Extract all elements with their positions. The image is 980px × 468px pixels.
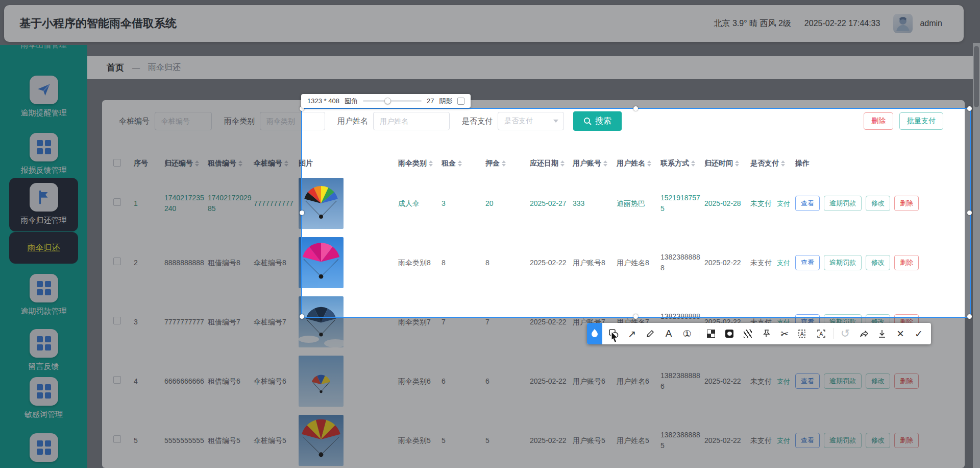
save-icon[interactable] — [873, 325, 891, 342]
snip-handle[interactable] — [967, 210, 972, 215]
close-icon[interactable]: × — [891, 325, 910, 342]
hatch-tool-icon[interactable] — [739, 325, 757, 342]
cut-tool-icon[interactable]: ✂ — [775, 325, 794, 342]
snip-handle[interactable] — [967, 106, 972, 111]
snip-dim-overlay — [0, 108, 301, 318]
snip-handle[interactable] — [967, 314, 972, 319]
snip-toolbar: ↗A①✂AA↺×✓ — [587, 323, 931, 344]
snip-handle[interactable] — [300, 314, 304, 319]
snip-handle[interactable] — [633, 314, 638, 319]
snip-selection[interactable] — [301, 108, 971, 318]
pencil-tool-icon[interactable] — [641, 325, 659, 342]
snip-size: 1323 * 408 — [307, 97, 339, 105]
snip-corner-label: 圆角 — [345, 97, 358, 106]
svg-text:A: A — [800, 331, 804, 337]
confirm-icon[interactable]: ✓ — [910, 325, 928, 342]
mosaic-tool-icon[interactable] — [702, 325, 720, 342]
corner-radius-slider[interactable] — [363, 100, 422, 102]
app: 基于小程序的智能雨伞借取系统 北京 3.9° 晴 西风 2级 2025-02-2… — [0, 0, 980, 468]
shadow-checkbox[interactable] — [457, 98, 464, 105]
snip-handle[interactable] — [633, 106, 638, 111]
slider-knob[interactable] — [384, 98, 391, 104]
ocr-select-tool-icon[interactable]: A — [794, 325, 812, 342]
snip-corner-value: 27 — [427, 97, 434, 105]
svg-text:A: A — [820, 331, 823, 337]
arrow-tool-icon[interactable]: ↗ — [623, 325, 641, 342]
text-tool-icon[interactable]: A — [659, 325, 678, 342]
toolbar-divider — [833, 328, 834, 339]
snip-dim-overlay — [0, 0, 980, 108]
undo-icon[interactable]: ↺ — [836, 325, 854, 342]
marker-tool-icon[interactable] — [587, 323, 602, 344]
toolbar-divider — [699, 328, 699, 339]
snip-dim-overlay — [971, 108, 980, 318]
snip-info-bar: 1323 * 408 圆角 27 阴影 — [301, 94, 471, 108]
blur-tool-icon[interactable] — [720, 325, 739, 342]
snip-handle[interactable] — [300, 210, 304, 215]
share-icon[interactable] — [854, 325, 873, 342]
mouse-cursor — [610, 331, 620, 346]
number-tool-icon[interactable]: ① — [678, 325, 696, 342]
pin-tool-icon[interactable] — [757, 325, 775, 342]
ocr-auto-tool-icon[interactable]: A — [812, 325, 830, 342]
snip-shadow-label: 阴影 — [439, 97, 452, 106]
